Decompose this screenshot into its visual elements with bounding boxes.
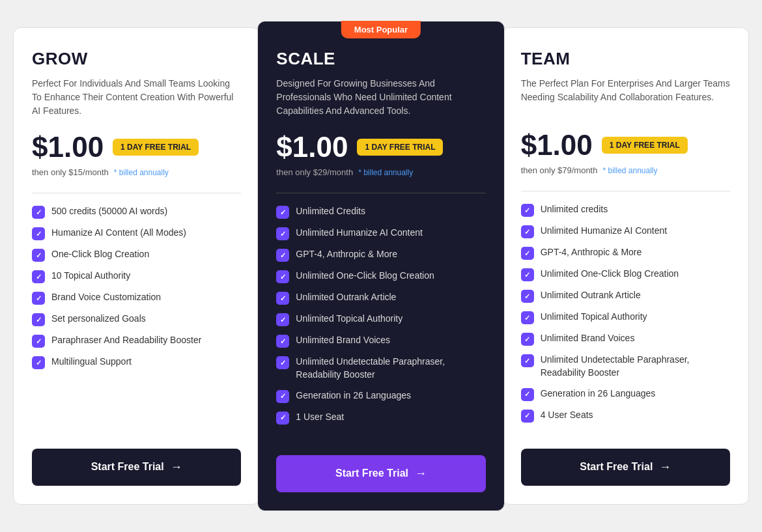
feature-text: Unlimited Credits bbox=[296, 205, 365, 218]
check-icon: ✓ bbox=[276, 313, 289, 326]
check-icon: ✓ bbox=[276, 206, 289, 219]
check-icon: ✓ bbox=[521, 268, 534, 281]
trial-badge-scale: 1 DAY FREE TRIAL bbox=[357, 139, 443, 156]
price-team: $1.00 bbox=[521, 129, 593, 161]
feature-item: ✓ Humanize AI Content (All Modes) bbox=[32, 227, 241, 240]
billing-row-grow: then only $15/month * billed annually bbox=[32, 167, 241, 177]
cta-button-grow[interactable]: Start Free Trial → bbox=[32, 449, 241, 486]
feature-text: 1 User Seat bbox=[296, 411, 344, 424]
billing-row-team: then only $79/month * billed annually bbox=[521, 165, 730, 175]
feature-text: Unlimited Brand Voices bbox=[541, 332, 635, 345]
check-icon: ✓ bbox=[521, 388, 534, 401]
price-grow: $1.00 bbox=[32, 131, 104, 163]
feature-item: ✓ 4 User Seats bbox=[521, 409, 730, 423]
plan-name-grow: GROW bbox=[32, 49, 241, 69]
check-icon: ✓ bbox=[276, 356, 289, 369]
feature-item: ✓ 500 credits (50000 AI words) bbox=[32, 205, 241, 219]
feature-text: 4 User Seats bbox=[541, 409, 593, 422]
feature-text: Unlimited Topical Authority bbox=[541, 311, 647, 324]
feature-item: ✓ Unlimited Topical Authority bbox=[521, 311, 730, 324]
feature-item: ✓ Brand Voice Customization bbox=[32, 291, 241, 305]
price-row-grow: $1.00 1 DAY FREE TRIAL bbox=[32, 131, 241, 163]
feature-text: Brand Voice Customization bbox=[51, 291, 161, 304]
feature-text: 10 Topical Authority bbox=[51, 270, 130, 283]
feature-item: ✓ Generation in 26 Languages bbox=[276, 389, 485, 403]
feature-item: ✓ Unlimited Brand Voices bbox=[521, 332, 730, 346]
feature-item: ✓ Unlimited Undetectable Paraphraser, Re… bbox=[276, 356, 485, 381]
feature-text: Unlimited credits bbox=[541, 203, 608, 216]
feature-text: Unlimited One-Click Blog Creation bbox=[296, 270, 434, 283]
feature-item: ✓ GPT-4, Anthropic & More bbox=[521, 246, 730, 260]
feature-text: Generation in 26 Languages bbox=[296, 389, 411, 402]
feature-item: ✓ Unlimited Credits bbox=[276, 205, 485, 219]
feature-text: Unlimited Brand Voices bbox=[296, 334, 390, 347]
feature-item: ✓ Unlimited Outrank Article bbox=[521, 289, 730, 303]
check-icon: ✓ bbox=[276, 412, 289, 425]
check-icon: ✓ bbox=[32, 270, 45, 283]
features-list-team: ✓ Unlimited credits ✓ Unlimited Humanize… bbox=[521, 203, 730, 430]
price-scale: $1.00 bbox=[276, 131, 348, 163]
check-icon: ✓ bbox=[276, 227, 289, 240]
billed-note-team: * billed annually bbox=[602, 166, 657, 175]
feature-item: ✓ Multilingual Support bbox=[32, 356, 241, 369]
price-row-scale: $1.00 1 DAY FREE TRIAL bbox=[276, 131, 485, 163]
billed-note-scale: * billed annually bbox=[358, 168, 413, 177]
feature-text: Generation in 26 Languages bbox=[541, 387, 656, 400]
feature-text: Set personalized Goals bbox=[51, 313, 146, 326]
feature-item: ✓ GPT-4, Anthropic & More bbox=[276, 248, 485, 262]
feature-text: 500 credits (50000 AI words) bbox=[51, 205, 167, 218]
cta-button-scale[interactable]: Start Free Trial → bbox=[276, 455, 485, 492]
check-icon: ✓ bbox=[32, 227, 45, 240]
then-only-scale: then only $29/month bbox=[276, 167, 353, 177]
check-icon: ✓ bbox=[276, 390, 289, 403]
feature-item: ✓ One-Click Blog Creation bbox=[32, 248, 241, 262]
feature-text: Humanize AI Content (All Modes) bbox=[51, 227, 186, 240]
check-icon: ✓ bbox=[276, 270, 289, 283]
check-icon: ✓ bbox=[521, 311, 534, 324]
feature-text: Paraphraser And Readability Booster bbox=[51, 334, 201, 347]
then-only-grow: then only $15/month bbox=[32, 167, 109, 177]
feature-text: GPT-4, Anthropic & More bbox=[541, 246, 642, 259]
feature-item: ✓ Unlimited credits bbox=[521, 203, 730, 217]
divider-grow bbox=[32, 193, 241, 193]
feature-item: ✓ Paraphraser And Readability Booster bbox=[32, 334, 241, 348]
check-icon: ✓ bbox=[521, 204, 534, 217]
plan-name-scale: SCALE bbox=[276, 49, 485, 69]
most-popular-badge: Most Popular bbox=[341, 21, 421, 38]
feature-item: ✓ Unlimited One-Click Blog Creation bbox=[521, 268, 730, 281]
plan-desc-scale: Designed For Growing Businesses And Prof… bbox=[276, 77, 485, 118]
cta-label-team: Start Free Trial bbox=[580, 461, 653, 473]
feature-item: ✓ Unlimited Topical Authority bbox=[276, 313, 485, 326]
feature-item: ✓ Unlimited Outrank Article bbox=[276, 291, 485, 305]
check-icon: ✓ bbox=[521, 410, 534, 423]
check-icon: ✓ bbox=[521, 354, 534, 367]
plan-card-grow: GROWPerfect For Individuals And Small Te… bbox=[13, 27, 260, 504]
then-only-team: then only $79/month bbox=[521, 165, 598, 175]
feature-item: ✓ Unlimited Brand Voices bbox=[276, 334, 485, 348]
check-icon: ✓ bbox=[32, 206, 45, 219]
feature-text: Unlimited Topical Authority bbox=[296, 313, 402, 326]
pricing-container: GROWPerfect For Individuals And Small Te… bbox=[13, 27, 749, 504]
check-icon: ✓ bbox=[32, 313, 45, 326]
feature-text: Unlimited Outrank Article bbox=[541, 289, 641, 302]
check-icon: ✓ bbox=[521, 290, 534, 303]
check-icon: ✓ bbox=[32, 292, 45, 305]
check-icon: ✓ bbox=[521, 333, 534, 346]
feature-text: Unlimited Humanize AI Content bbox=[541, 225, 668, 238]
feature-text: GPT-4, Anthropic & More bbox=[296, 248, 397, 261]
trial-badge-grow: 1 DAY FREE TRIAL bbox=[113, 139, 199, 156]
plan-desc-team: The Perfect Plan For Enterprises And Lar… bbox=[521, 77, 730, 116]
check-icon: ✓ bbox=[32, 335, 45, 348]
feature-item: ✓ Unlimited Undetectable Paraphraser, Re… bbox=[521, 354, 730, 379]
arrow-icon: → bbox=[659, 460, 671, 474]
cta-button-team[interactable]: Start Free Trial → bbox=[521, 449, 730, 486]
feature-item: ✓ Unlimited Humanize AI Content bbox=[521, 225, 730, 238]
arrow-icon: → bbox=[415, 467, 427, 481]
feature-item: ✓ Generation in 26 Languages bbox=[521, 387, 730, 401]
arrow-icon: → bbox=[171, 460, 182, 474]
feature-item: ✓ 1 User Seat bbox=[276, 411, 485, 425]
check-icon: ✓ bbox=[521, 247, 534, 260]
cta-label-scale: Start Free Trial bbox=[335, 468, 408, 479]
feature-text: Unlimited Undetectable Paraphraser, Read… bbox=[296, 356, 485, 381]
feature-text: Unlimited Undetectable Paraphraser, Read… bbox=[541, 354, 730, 379]
